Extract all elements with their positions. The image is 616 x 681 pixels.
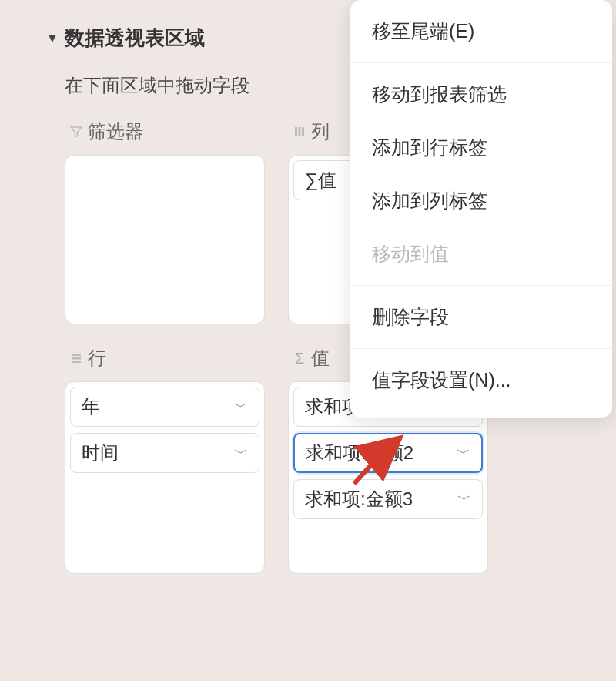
zone-rows-box[interactable]: 年 ﹀ 时间 ﹀ bbox=[65, 381, 265, 574]
svg-rect-0 bbox=[295, 127, 297, 136]
collapse-triangle-icon: ▼ bbox=[46, 32, 59, 45]
chevron-down-icon: ﹀ bbox=[457, 444, 470, 462]
field-chip-label: ∑值 bbox=[305, 168, 336, 193]
context-menu: 移至尾端(E) 移动到报表筛选 添加到行标签 添加到列标签 移动到值 删除字段 … bbox=[350, 0, 612, 418]
zone-rows: 行 年 ﹀ 时间 ﹀ bbox=[65, 346, 265, 574]
field-chip-label: 时间 bbox=[82, 441, 119, 465]
zone-rows-header: 行 bbox=[65, 346, 265, 371]
zone-filter-header: 筛选器 bbox=[65, 119, 265, 144]
columns-icon bbox=[288, 125, 311, 139]
pivot-area-title: 数据透视表区域 bbox=[65, 25, 205, 52]
zone-filter-box[interactable] bbox=[65, 155, 265, 324]
menu-move-to-report-filter[interactable]: 移动到报表筛选 bbox=[350, 68, 612, 121]
zone-filter: 筛选器 bbox=[65, 119, 265, 324]
menu-separator bbox=[350, 62, 612, 63]
svg-rect-5 bbox=[72, 361, 81, 363]
menu-separator bbox=[350, 348, 612, 349]
menu-separator bbox=[350, 285, 612, 286]
zone-columns-label: 列 bbox=[311, 119, 330, 144]
zone-rows-label: 行 bbox=[88, 346, 106, 371]
filter-icon bbox=[65, 125, 88, 139]
zone-filter-label: 筛选器 bbox=[88, 119, 143, 144]
svg-rect-1 bbox=[299, 127, 301, 136]
field-chip[interactable]: 年 ﹀ bbox=[70, 387, 259, 427]
chevron-down-icon: ﹀ bbox=[457, 490, 471, 508]
zone-values-label: 值 bbox=[311, 346, 330, 371]
field-chip-label: 年 bbox=[82, 394, 100, 419]
menu-add-to-row-labels[interactable]: 添加到行标签 bbox=[350, 121, 612, 174]
menu-value-field-settings[interactable]: 值字段设置(N)... bbox=[350, 354, 612, 407]
field-chip-selected[interactable]: 求和项:金额2 ﹀ bbox=[293, 433, 483, 473]
svg-rect-2 bbox=[302, 127, 304, 136]
menu-delete-field[interactable]: 删除字段 bbox=[350, 290, 612, 344]
menu-move-to-values: 移动到值 bbox=[350, 227, 612, 280]
field-chip-label: 求和项:金额3 bbox=[305, 487, 413, 512]
field-chip[interactable]: 时间 ﹀ bbox=[70, 433, 259, 473]
menu-add-to-column-labels[interactable]: 添加到列标签 bbox=[350, 174, 612, 227]
svg-rect-4 bbox=[72, 357, 81, 360]
field-chip-label: 求和项:金额2 bbox=[306, 441, 413, 465]
rows-icon bbox=[65, 351, 88, 365]
menu-move-to-end[interactable]: 移至尾端(E) bbox=[350, 5, 612, 58]
chevron-down-icon: ﹀ bbox=[234, 444, 248, 462]
svg-rect-3 bbox=[72, 354, 81, 356]
chevron-down-icon: ﹀ bbox=[234, 398, 248, 416]
sigma-icon: Σ bbox=[288, 350, 311, 367]
field-chip[interactable]: 求和项:金额3 ﹀ bbox=[293, 479, 483, 519]
